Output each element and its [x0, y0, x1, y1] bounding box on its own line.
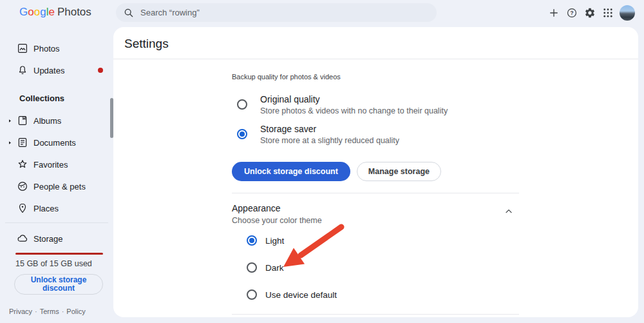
radio-unselected-icon[interactable] — [247, 289, 257, 300]
documents-icon — [17, 137, 28, 148]
radio-option-original-quality[interactable]: Original quality Store photos & videos w… — [237, 93, 448, 116]
settings-content: Backup quality for photos & videos Origi… — [232, 27, 519, 317]
option-label: Dark — [265, 263, 284, 273]
svg-text:?: ? — [570, 10, 573, 16]
settings-panel: Settings Backup quality for photos & vid… — [113, 27, 638, 317]
sidebar-item-people-pets[interactable]: People & pets — [0, 175, 113, 197]
chevron-up-icon[interactable] — [502, 206, 515, 217]
account-avatar[interactable] — [620, 5, 635, 21]
option-description: Store more at a slightly reduced quality — [260, 135, 399, 146]
privacy-link[interactable]: Privacy — [9, 308, 32, 315]
bell-icon — [17, 64, 28, 76]
updates-notification-badge — [98, 68, 103, 73]
search-input[interactable] — [140, 8, 429, 17]
radio-selected-icon[interactable] — [247, 235, 257, 246]
backup-actions: Unlock storage discount Manage storage — [232, 162, 441, 181]
sidebar-item-label: Favorites — [33, 160, 68, 170]
radio-selected-icon[interactable] — [237, 129, 247, 139]
sidebar-item-albums[interactable]: Albums — [0, 110, 113, 132]
google-photos-logo[interactable]: GooglePhotos — [19, 6, 91, 19]
plus-icon — [548, 7, 560, 19]
storage-usage-bar — [15, 253, 103, 255]
sidebar-item-label: Storage — [33, 234, 63, 244]
sidebar-item-favorites[interactable]: Favorites — [0, 153, 113, 175]
sidebar-item-label: Documents — [33, 138, 76, 148]
unlock-storage-discount-button[interactable]: Unlock storage discount — [232, 162, 350, 181]
help-icon: ? — [566, 7, 578, 19]
radio-option-storage-saver[interactable]: Storage saver Store more at a slightly r… — [237, 123, 399, 146]
option-label: Use device default — [265, 290, 337, 300]
cloud-icon — [17, 233, 28, 244]
top-app-bar: GooglePhotos ? — [0, 0, 644, 26]
backup-quality-heading: Backup quality for photos & videos — [232, 73, 341, 81]
sidebar-item-label: People & pets — [33, 182, 86, 191]
page-title: Settings — [124, 37, 169, 51]
appearance-title: Appearance — [232, 202, 519, 214]
manage-storage-button[interactable]: Manage storage — [357, 162, 441, 181]
radio-option-light[interactable]: Light — [247, 235, 284, 246]
help-button[interactable]: ? — [563, 4, 581, 22]
sidebar-item-updates[interactable]: Updates — [0, 59, 113, 81]
option-label: Original quality — [260, 93, 448, 106]
option-label: Storage saver — [260, 123, 399, 135]
section-divider — [232, 314, 519, 315]
sidebar-item-label: Updates — [33, 66, 64, 75]
sidebar-item-label: Albums — [33, 116, 61, 126]
sidebar-item-label: Photos — [33, 44, 59, 54]
logo-letter: e — [48, 6, 54, 18]
gear-icon — [584, 7, 596, 19]
google-apps-button[interactable] — [599, 4, 617, 22]
appearance-section-header[interactable]: Appearance Choose your color theme — [232, 202, 519, 226]
settings-button[interactable] — [581, 4, 599, 22]
radio-option-dark[interactable]: Dark — [247, 262, 284, 273]
location-pin-icon — [17, 202, 28, 214]
logo-letter: o — [28, 6, 33, 18]
radio-unselected-icon[interactable] — [247, 262, 257, 273]
star-icon — [17, 159, 28, 170]
face-icon — [17, 181, 28, 192]
expand-chevron-icon[interactable] — [7, 139, 14, 146]
search-bar[interactable] — [116, 3, 437, 22]
albums-icon — [17, 115, 28, 126]
sidebar-item-places[interactable]: Places — [0, 197, 113, 219]
photos-icon — [17, 43, 28, 54]
sidebar-item-storage[interactable]: Storage — [0, 228, 113, 250]
section-divider — [232, 193, 519, 193]
appearance-subtitle: Choose your color theme — [232, 215, 519, 226]
sidebar-item-label: Places — [33, 204, 59, 213]
policy-link[interactable]: Policy — [66, 308, 85, 315]
logo-letter: G — [19, 6, 28, 18]
apps-grid-icon — [602, 7, 614, 19]
option-description: Store photos & videos with no change to … — [260, 106, 448, 116]
topbar-actions: ? — [545, 0, 640, 26]
storage-usage-text: 15 GB of 15 GB used — [15, 259, 92, 268]
expand-chevron-icon[interactable] — [7, 117, 14, 124]
sidebar-unlock-storage-discount-button[interactable]: Unlock storage discount — [14, 274, 103, 295]
create-button[interactable] — [545, 4, 563, 22]
radio-option-use-device-default[interactable]: Use device default — [247, 289, 337, 300]
logo-letter: o — [34, 6, 40, 18]
sidebar-divider — [5, 222, 108, 223]
logo-product-name: Photos — [57, 6, 91, 18]
search-icon — [124, 8, 134, 18]
radio-unselected-icon[interactable] — [237, 99, 247, 110]
logo-letter: g — [40, 6, 46, 18]
collections-header: Collections — [0, 90, 113, 106]
option-label: Light — [265, 236, 284, 246]
sidebar-item-photos[interactable]: Photos — [0, 37, 113, 59]
sidebar-item-documents[interactable]: Documents — [0, 132, 113, 153]
sidebar-footer-links: Privacy·Terms·Policy — [9, 308, 86, 315]
terms-link[interactable]: Terms — [40, 308, 59, 315]
